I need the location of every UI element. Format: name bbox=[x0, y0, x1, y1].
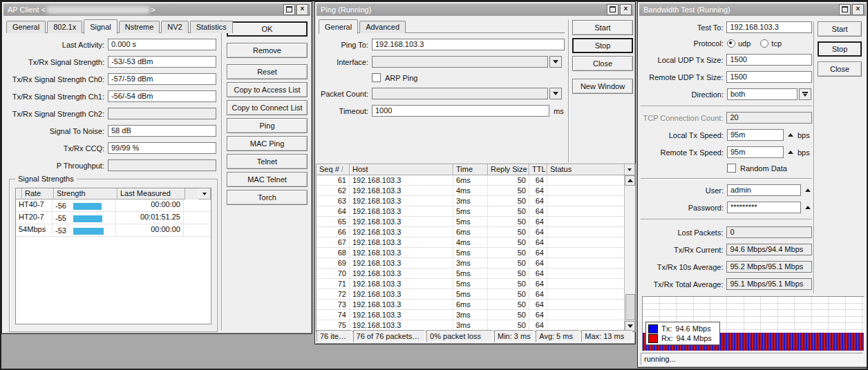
column-header-reply-size[interactable]: Reply Size bbox=[488, 164, 529, 175]
reply_size-cell: 50 bbox=[488, 196, 529, 206]
reply_size-cell: 50 bbox=[488, 300, 529, 309]
column-header-status[interactable]: Status bbox=[547, 164, 625, 175]
close-button[interactable]: × bbox=[852, 4, 864, 15]
protocol-tcp-radio[interactable] bbox=[760, 39, 768, 48]
ping-titlebar[interactable]: Ping (Running) × bbox=[317, 3, 634, 16]
column-header-last-measured[interactable]: Last Measured bbox=[117, 188, 185, 199]
ping-result-row[interactable]: 73192.168.103.36ms5064 bbox=[317, 300, 635, 310]
table-row[interactable]: HT20-7-5500:01:51.25 bbox=[16, 212, 211, 224]
stop-button[interactable]: Stop bbox=[572, 38, 633, 53]
user-input[interactable]: admin bbox=[727, 184, 801, 196]
ping-result-row[interactable]: 75192.168.103.33ms5064 bbox=[317, 320, 635, 331]
column-header-ttl[interactable]: TTL bbox=[529, 164, 547, 175]
packet-count-combobox[interactable] bbox=[372, 88, 548, 99]
ping-result-row[interactable]: 74192.168.103.33ms5064 bbox=[317, 310, 635, 320]
window-ping: Ping (Running) × GeneralAdvanced Ping To… bbox=[314, 1, 636, 344]
table-row[interactable]: HT40-7-5600:00:00 bbox=[16, 199, 211, 212]
reply_size-cell: 50 bbox=[488, 258, 529, 268]
column-header-rate[interactable]: Rate bbox=[22, 188, 54, 199]
password-input[interactable]: ********* bbox=[727, 202, 801, 213]
ping-result-row[interactable]: 65192.168.103.35ms5064 bbox=[317, 217, 635, 227]
ping-result-row[interactable]: 61192.168.103.36ms5064 bbox=[317, 175, 635, 186]
last-activity-value: 0.000 s bbox=[108, 39, 216, 50]
protocol-udp-radio[interactable] bbox=[727, 39, 735, 48]
random-data-checkbox[interactable] bbox=[727, 164, 736, 173]
tab-nv2[interactable]: NV2 bbox=[161, 21, 188, 33]
reset-button[interactable]: Reset bbox=[227, 64, 308, 79]
torch-button[interactable]: Torch bbox=[227, 190, 308, 205]
maximize-button[interactable] bbox=[607, 4, 619, 15]
scroll-up-button[interactable] bbox=[625, 175, 635, 186]
column-menu-button[interactable] bbox=[198, 188, 211, 199]
local-udp-tx-size-input[interactable]: 1500 bbox=[726, 54, 812, 66]
local-tx-speed-input[interactable]: 95m bbox=[727, 129, 784, 141]
tab-signal[interactable]: Signal bbox=[84, 19, 117, 34]
field-label: Tx/Rx Signal Strength: bbox=[5, 58, 108, 66]
stop-button[interactable]: Stop bbox=[818, 41, 862, 57]
ping-result-row[interactable]: 67192.168.103.34ms5064 bbox=[317, 237, 635, 248]
close-button[interactable]: × bbox=[620, 4, 632, 15]
direction-dropdown-button[interactable] bbox=[799, 88, 811, 100]
spin-up-button[interactable] bbox=[788, 133, 793, 137]
mac-ping-button[interactable]: MAC Ping bbox=[227, 136, 308, 151]
remove-button[interactable]: Remove bbox=[227, 43, 308, 58]
interface-dropdown-button[interactable] bbox=[549, 56, 562, 68]
field-label: Last Activity: bbox=[5, 41, 108, 49]
ping-result-row[interactable]: 66192.168.103.36ms5064 bbox=[317, 227, 635, 237]
close-button[interactable]: Close bbox=[818, 61, 862, 77]
maximize-button[interactable] bbox=[839, 4, 851, 15]
scrollbar-thumb[interactable] bbox=[625, 294, 635, 320]
ping-result-row[interactable]: 70192.168.103.35ms5064 bbox=[317, 269, 635, 279]
spin-up-button[interactable] bbox=[805, 206, 811, 209]
ping-result-row[interactable]: 62192.168.103.34ms5064 bbox=[317, 186, 635, 196]
host-cell: 192.168.103.3 bbox=[350, 310, 453, 320]
tab-advanced[interactable]: Advanced bbox=[359, 21, 406, 33]
column-header-seq[interactable]: Seq # / bbox=[317, 164, 350, 175]
ping-button[interactable]: Ping bbox=[227, 118, 308, 133]
ap-client-titlebar[interactable]: AP Client <> × bbox=[3, 3, 310, 16]
copy-to-connect-list-button[interactable]: Copy to Connect List bbox=[227, 100, 308, 115]
timeout-input[interactable]: 1000 bbox=[372, 105, 549, 117]
reply_size-cell: 50 bbox=[488, 217, 529, 226]
host-cell: 192.168.103.3 bbox=[350, 320, 453, 330]
mac-telnet-button[interactable]: MAC Telnet bbox=[227, 172, 308, 187]
vertical-scrollbar[interactable] bbox=[624, 175, 635, 331]
maximize-button[interactable] bbox=[283, 4, 295, 15]
rate-cell: 54Mbps bbox=[16, 224, 53, 236]
direction-combobox[interactable]: both bbox=[727, 88, 798, 100]
test-to-input[interactable]: 192.168.103.3 bbox=[726, 21, 812, 33]
spin-up-button[interactable] bbox=[788, 150, 793, 154]
ping-result-row[interactable]: 68192.168.103.35ms5064 bbox=[317, 248, 635, 258]
ping-result-row[interactable]: 72192.168.103.35ms5064 bbox=[317, 289, 635, 300]
ping-to-input[interactable]: 192.168.103.3 bbox=[372, 39, 565, 50]
column-header-strength[interactable]: Strength bbox=[54, 188, 117, 199]
column-header-time[interactable]: Time bbox=[453, 164, 488, 175]
tab-general[interactable]: General bbox=[319, 19, 358, 34]
new-window-button[interactable]: New Window bbox=[572, 79, 633, 94]
start-button[interactable]: Start bbox=[818, 21, 862, 37]
tab-statistics[interactable]: Statistics bbox=[190, 21, 233, 33]
start-button[interactable]: Start bbox=[572, 20, 633, 35]
bandwidth-titlebar[interactable]: Bandwidth Test (Running) × bbox=[639, 3, 866, 16]
ok-button[interactable]: OK bbox=[227, 21, 308, 37]
remote-tx-speed-input[interactable]: 95m bbox=[727, 146, 784, 158]
ping-result-row[interactable]: 63192.168.103.33ms5064 bbox=[317, 196, 635, 206]
column-menu-button[interactable] bbox=[625, 164, 635, 175]
spin-up-button[interactable] bbox=[805, 188, 811, 192]
ping-result-row[interactable]: 71192.168.103.35ms5064 bbox=[317, 279, 635, 289]
telnet-button[interactable]: Telnet bbox=[227, 154, 308, 169]
close-button[interactable]: × bbox=[296, 4, 308, 15]
ping-result-row[interactable]: 64192.168.103.35ms5064 bbox=[317, 206, 635, 217]
close-button[interactable]: Close bbox=[572, 56, 633, 71]
tab-general[interactable]: General bbox=[6, 21, 46, 33]
table-row[interactable]: 54Mbps-5300:00:00 bbox=[16, 224, 211, 237]
tab-802-1x[interactable]: 802.1x bbox=[47, 21, 82, 33]
tab-nstreme[interactable]: Nstreme bbox=[119, 21, 160, 33]
copy-to-access-list-button[interactable]: Copy to Access List bbox=[227, 82, 308, 97]
ping-result-row[interactable]: 69192.168.103.33ms5064 bbox=[317, 258, 635, 269]
column-header-host[interactable]: Host bbox=[350, 164, 453, 175]
packet-count-dropdown-button[interactable] bbox=[549, 88, 562, 99]
arp-ping-checkbox[interactable] bbox=[372, 73, 381, 82]
remote-udp-tx-size-input[interactable]: 1500 bbox=[726, 71, 812, 83]
interface-combobox[interactable] bbox=[372, 56, 548, 68]
